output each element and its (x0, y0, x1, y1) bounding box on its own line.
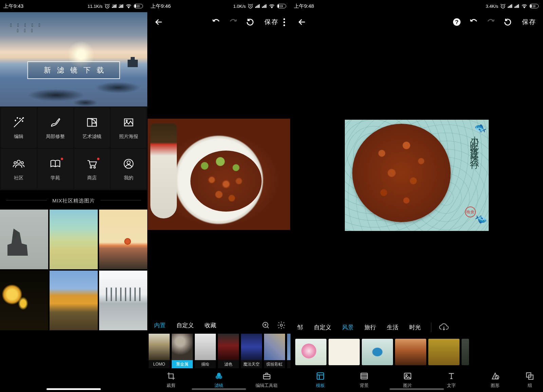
filter-heavy-metal[interactable]: 重金属 (172, 334, 193, 368)
svg-rect-34 (262, 7, 263, 8)
tab-travel[interactable]: 旅行 (360, 321, 381, 333)
status-time: 上午9:48 (294, 3, 314, 9)
save-button[interactable]: 保存 (522, 18, 536, 26)
arrow-left-icon (298, 18, 306, 26)
func-edit[interactable]: 编辑 (1, 107, 37, 148)
tab-zou[interactable]: 邹 (293, 321, 308, 333)
zoom-button[interactable] (259, 318, 273, 332)
more-menu-button[interactable] (283, 18, 285, 26)
editor-canvas[interactable]: 小刀吃夜宵没辣怎么行 晚食 🐟 🐟 (291, 32, 543, 319)
filter-sketch[interactable]: 描绘 (195, 334, 216, 368)
poster-preview: 小刀吃夜宵没辣怎么行 晚食 🐟 🐟 (345, 120, 489, 231)
tool-background[interactable]: 背景 (342, 372, 386, 389)
tab-builtin[interactable]: 内置 (149, 319, 170, 331)
wifi-icon (126, 4, 132, 8)
func-community[interactable]: 社区 (1, 149, 37, 189)
tool-group[interactable]: 组 (517, 372, 543, 389)
save-button[interactable]: 保存 (264, 18, 279, 26)
gallery-item[interactable] (0, 210, 48, 269)
editor-canvas[interactable] (147, 32, 291, 317)
help-button[interactable]: ? (449, 15, 464, 30)
status-bar: 上午9:46 1.0K/s 19 (147, 0, 291, 12)
template-thumbnails (291, 336, 543, 368)
filter-more[interactable] (287, 334, 291, 368)
hero-tower-deco (128, 60, 138, 67)
tab-custom[interactable]: 自定义 (309, 321, 336, 333)
redo-button[interactable] (226, 15, 241, 30)
svg-text:?: ? (455, 19, 458, 25)
arrow-left-icon (154, 18, 163, 26)
tab-scenery[interactable]: 风景 (337, 321, 358, 333)
undo-icon (212, 18, 221, 26)
filter-lomo[interactable]: LOMO (149, 334, 170, 368)
tool-image[interactable]: 图片 (386, 372, 430, 389)
alarm-icon (105, 3, 110, 9)
tab-custom[interactable]: 自定义 (172, 319, 199, 331)
home-indicator[interactable] (46, 388, 101, 390)
gear-icon (277, 321, 286, 330)
func-label: 我的 (124, 175, 133, 181)
settings-button[interactable] (274, 318, 288, 332)
tab-time[interactable]: 时光 (405, 321, 426, 333)
gallery-item[interactable] (50, 210, 98, 269)
home-indicator[interactable] (192, 388, 246, 390)
func-academy[interactable]: 学苑 (38, 149, 73, 189)
cart-icon (86, 157, 98, 170)
tool-text[interactable]: 文字 (430, 372, 473, 389)
template-item[interactable] (329, 339, 360, 365)
poster-circle-photo[interactable] (352, 124, 451, 222)
hero-banner-area[interactable]: 新滤镜下载 (0, 12, 147, 106)
svg-point-22 (17, 160, 21, 163)
cloud-download-icon (439, 323, 449, 331)
svg-point-15 (22, 121, 23, 121)
func-local-adjust[interactable]: 局部修整 (38, 107, 73, 148)
filter-magic-sky[interactable]: 魔法天空 (241, 334, 262, 368)
undo-button[interactable] (209, 15, 224, 30)
undo-button[interactable] (466, 15, 481, 30)
tool-filter[interactable]: 滤镜 (195, 372, 243, 389)
alarm-icon (500, 3, 506, 9)
gallery-item[interactable] (99, 210, 147, 269)
text-icon (447, 372, 456, 380)
svg-point-16 (17, 117, 18, 118)
filter-tint[interactable]: 滤色 (218, 334, 239, 368)
template-item[interactable] (462, 339, 469, 365)
svg-rect-57 (530, 4, 532, 7)
reset-button[interactable] (500, 15, 515, 30)
template-item[interactable] (295, 339, 326, 365)
signal-icon (508, 4, 512, 8)
svg-rect-32 (258, 5, 259, 8)
gallery-item[interactable] (99, 271, 147, 330)
template-item[interactable] (362, 339, 393, 365)
wifi-icon (521, 4, 527, 8)
template-item[interactable] (395, 339, 426, 365)
gallery-item[interactable] (0, 271, 48, 330)
home-indicator[interactable] (390, 388, 444, 390)
cloud-download-button[interactable] (437, 320, 451, 334)
new-filter-download-banner[interactable]: 新滤镜下载 (27, 61, 120, 79)
tab-favorite[interactable]: 收藏 (200, 319, 221, 331)
toolbox-icon (262, 372, 271, 380)
func-label: 局部修整 (46, 134, 65, 140)
back-button[interactable] (295, 15, 310, 30)
group-icon (525, 372, 534, 380)
back-button[interactable] (151, 15, 166, 30)
func-art-filter[interactable]: 艺术滤镜 (74, 107, 110, 148)
poster-stamp[interactable]: 晚食 (465, 207, 476, 217)
gallery-item[interactable] (50, 271, 98, 330)
filter-rainbow[interactable]: 缤纷彩虹 (264, 334, 285, 368)
tool-toolbox[interactable]: 编辑工具箱 (243, 372, 291, 389)
redo-button[interactable] (483, 15, 498, 30)
tool-template[interactable]: 模板 (299, 372, 342, 389)
reset-button[interactable] (243, 15, 258, 30)
tab-life[interactable]: 生活 (382, 321, 403, 333)
func-shop[interactable]: 商店 (74, 149, 110, 189)
func-profile[interactable]: 我的 (111, 149, 146, 189)
func-photo-poster[interactable]: 照片海报 (111, 107, 146, 148)
svg-text:19: 19 (280, 4, 283, 8)
tool-crop[interactable]: 裁剪 (147, 372, 195, 389)
svg-rect-30 (255, 7, 256, 8)
svg-point-45 (219, 375, 222, 379)
template-item[interactable] (428, 339, 460, 365)
tool-shape[interactable]: 图形 (473, 372, 517, 389)
